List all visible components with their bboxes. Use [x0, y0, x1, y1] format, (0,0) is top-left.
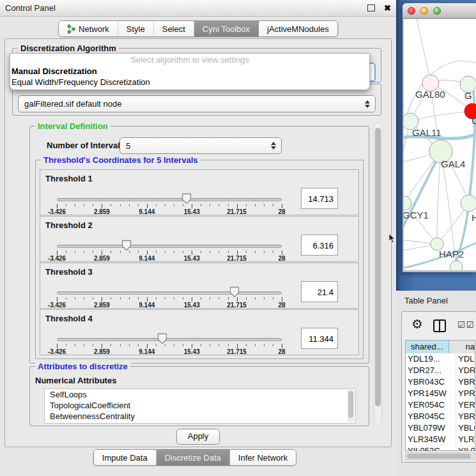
- tick-label: 2.859: [94, 302, 110, 309]
- apply-button[interactable]: Apply: [176, 429, 220, 445]
- cell-shared-name[interactable]: YBL079W: [406, 422, 456, 434]
- attributes-scrollbar[interactable]: [348, 390, 355, 422]
- tick-label: 21.715: [227, 208, 247, 215]
- slider-track[interactable]: [57, 245, 282, 248]
- table-row[interactable]: YBR045CYBR0: [406, 411, 475, 422]
- zoom-window-button[interactable]: [433, 7, 441, 15]
- checkbox-icons[interactable]: ☑☑: [457, 320, 475, 330]
- cell-shared-name[interactable]: YBR043C: [406, 376, 456, 388]
- slider-thumb[interactable]: [121, 240, 132, 251]
- algorithm-dropdown-popup: Select algorithm to view settings Manual…: [10, 53, 370, 90]
- horizontal-scrollbar[interactable]: [405, 452, 475, 460]
- split-columns-icon[interactable]: [433, 319, 446, 332]
- cell-name[interactable]: YBL0: [456, 422, 475, 434]
- tick-label: 15.43: [184, 302, 200, 309]
- cell-shared-name[interactable]: YLR345W: [406, 434, 456, 445]
- slider-thumb[interactable]: [157, 333, 167, 344]
- tab-discretize-data[interactable]: Discretize Data: [157, 450, 230, 465]
- tick-label: 28: [278, 348, 285, 355]
- threshold-value-field[interactable]: 6.316: [301, 234, 338, 256]
- cell-shared-name[interactable]: YDR27...: [406, 365, 456, 376]
- cell-shared-name[interactable]: YBR045C: [406, 411, 456, 422]
- tab-cyni-toolbox[interactable]: Cyni Toolbox: [194, 21, 259, 36]
- node-node-H[interactable]: [461, 195, 476, 211]
- table-row[interactable]: YDL19...YDL1: [406, 353, 475, 365]
- popup-placeholder-item[interactable]: Select algorithm to view settings: [10, 54, 369, 66]
- tab-label: Infer Network: [238, 453, 288, 463]
- threshold-value-field[interactable]: 14.713: [301, 188, 338, 209]
- tab-select[interactable]: Select: [154, 21, 194, 36]
- cell-name[interactable]: YBR0: [456, 376, 475, 388]
- tab-style[interactable]: Style: [118, 21, 154, 36]
- table-row[interactable]: YIL052CYIL0: [406, 445, 475, 451]
- settings-scroll-viewport: Interval Definition Number of Intervals …: [9, 119, 387, 427]
- network-edge[interactable]: [417, 19, 431, 83]
- tick-label: 28: [278, 302, 285, 309]
- tick-label: 2.859: [94, 348, 110, 355]
- vertical-scrollbar[interactable]: [374, 122, 382, 425]
- horizontal-scrollbar-thumb[interactable]: [407, 454, 471, 459]
- network-window-titlebar[interactable]: [403, 3, 476, 19]
- cell-name[interactable]: YLR3: [456, 434, 475, 445]
- cell-name[interactable]: YER0: [456, 399, 475, 411]
- node-label-hap2: HAP2: [439, 249, 464, 259]
- network-edge[interactable]: [410, 111, 472, 121]
- node-label-g: G: [464, 90, 472, 101]
- network-edge[interactable]: [452, 203, 469, 270]
- close-window-button[interactable]: [408, 7, 415, 15]
- threshold-value-field[interactable]: 21.4: [301, 281, 338, 302]
- tab-network[interactable]: Network: [59, 21, 118, 36]
- cell-shared-name[interactable]: YPR145W: [406, 388, 456, 399]
- settings-gear-icon[interactable]: ⚙: [411, 317, 423, 331]
- column-header-name[interactable]: na: [449, 341, 475, 353]
- cell-shared-name[interactable]: YIL052C: [406, 445, 456, 451]
- slider-thumb[interactable]: [181, 193, 192, 204]
- table-row[interactable]: YBR043CYBR0: [406, 376, 475, 388]
- cyni-toolbox-panel: Discretization Algorithm Select algorith…: [4, 38, 392, 447]
- table-panel-title: Table Panel: [404, 296, 448, 305]
- vertical-scrollbar-thumb[interactable]: [375, 128, 381, 406]
- network-canvas[interactable]: GAL80GCGAL11GAL4GCY1HHAP2: [404, 19, 476, 270]
- node-label-gal4: GAL4: [441, 158, 465, 169]
- attribute-item-betweennesscentrality[interactable]: BetweennessCentrality: [45, 411, 355, 422]
- cell-name[interactable]: YPR1: [456, 388, 475, 399]
- node-label-gal80: GAL80: [415, 89, 445, 100]
- attributes-group-label: Attributes to discretize: [35, 362, 130, 371]
- minimize-window-button[interactable]: [420, 7, 428, 15]
- column-header-shared-name[interactable]: shared...: [406, 341, 449, 353]
- popup-item-equal-width-frequency[interactable]: Equal Width/Frequency Discretization: [10, 77, 369, 88]
- slider-track[interactable]: [57, 198, 282, 201]
- table-row[interactable]: YBL079WYBL0: [406, 422, 475, 434]
- numerical-attributes-list: SelfLoopsTopologicalCoefficientBetweenne…: [44, 388, 356, 424]
- node-node-bottom[interactable]: [450, 261, 463, 270]
- float-window-icon[interactable]: [367, 4, 375, 12]
- cell-name[interactable]: YDR2: [456, 365, 475, 376]
- attribute-item-selfloops[interactable]: SelfLoops: [45, 389, 355, 400]
- table-data-combobox[interactable]: galFiltered.sif default node: [18, 95, 376, 112]
- attribute-item-topologicalcoefficient[interactable]: TopologicalCoefficient: [45, 400, 355, 411]
- tick-label: -3.426: [48, 255, 66, 262]
- popup-item-manual-discretization[interactable]: Manual Discretization: [10, 66, 369, 77]
- numerical-attributes-label: Numerical Attributes: [35, 376, 116, 385]
- cell-name[interactable]: YBR0: [456, 411, 475, 422]
- cell-shared-name[interactable]: YDL19...: [406, 353, 456, 365]
- slider-track[interactable]: [57, 338, 282, 341]
- slider-track[interactable]: [57, 291, 282, 295]
- slider-thumb[interactable]: [229, 286, 240, 298]
- threshold-value-field[interactable]: 11.344: [301, 328, 338, 349]
- tab-impute-data[interactable]: Impute Data: [94, 450, 157, 465]
- node-GCY1[interactable]: [404, 196, 411, 210]
- threshold-label: Threshold 3: [45, 267, 93, 277]
- table-row[interactable]: YLR345WYLR3: [406, 434, 475, 445]
- table-row[interactable]: YER054CYER0: [406, 399, 475, 411]
- table-row[interactable]: YPR145WYPR1: [406, 388, 475, 399]
- cell-name[interactable]: YDL1: [456, 353, 475, 365]
- number-of-intervals-combobox[interactable]: 5: [119, 137, 282, 154]
- table-row[interactable]: YDR27...YDR2: [406, 365, 475, 376]
- close-icon[interactable]: ✖: [384, 4, 391, 12]
- cell-name[interactable]: YIL0: [456, 445, 475, 451]
- cell-shared-name[interactable]: YER054C: [406, 399, 456, 411]
- tab-jactivemnodules[interactable]: jActiveMNodules: [259, 21, 337, 36]
- threshold-label: Threshold 2: [45, 220, 93, 230]
- tab-infer-network[interactable]: Infer Network: [230, 450, 296, 465]
